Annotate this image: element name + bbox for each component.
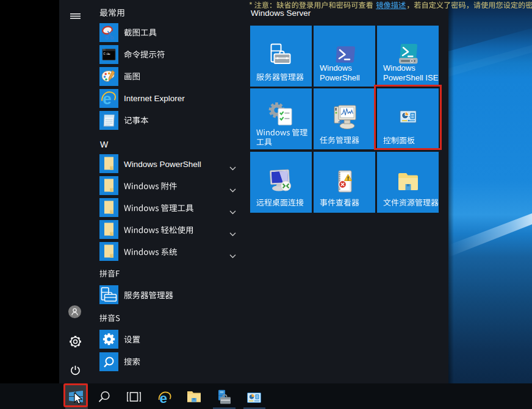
svg-text:C:\: C:\: [104, 52, 110, 56]
